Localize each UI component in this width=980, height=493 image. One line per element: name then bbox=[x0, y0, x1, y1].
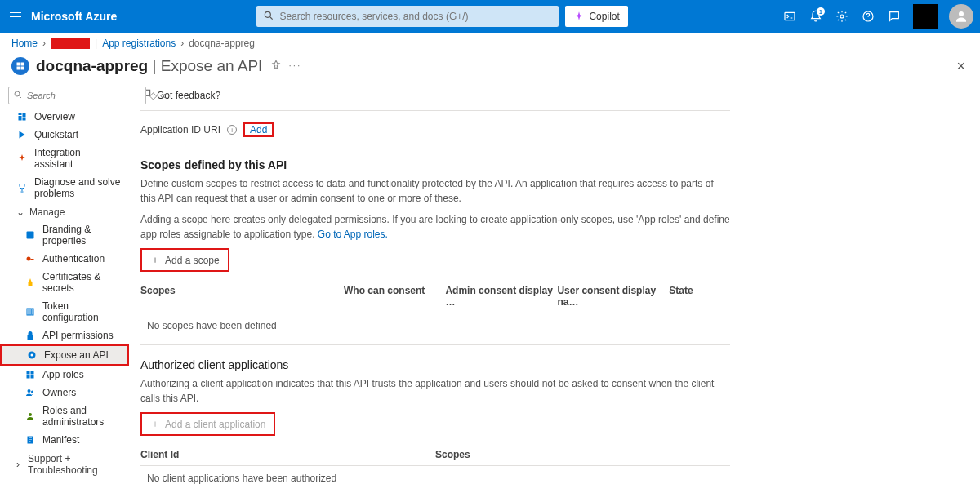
sidebar-item-roles-admin[interactable]: Roles and administrators bbox=[0, 402, 129, 431]
scopes-empty: No scopes have been defined bbox=[140, 313, 730, 345]
branding-icon bbox=[24, 229, 36, 241]
breadcrumb-redacted bbox=[51, 38, 90, 49]
svg-rect-33 bbox=[29, 442, 31, 442]
scopes-heading: Scopes defined by this API bbox=[140, 158, 730, 171]
help-icon[interactable] bbox=[861, 9, 875, 24]
brand-label: Microsoft Azure bbox=[31, 10, 117, 23]
info-icon[interactable]: i bbox=[227, 125, 237, 135]
breadcrumb-home[interactable]: Home bbox=[11, 38, 38, 49]
sidebar-item-quickstart[interactable]: Quickstart bbox=[0, 126, 129, 144]
svg-point-5 bbox=[959, 11, 964, 16]
sidebar-item-expose-api[interactable]: Expose an API bbox=[0, 344, 129, 366]
svg-rect-8 bbox=[17, 67, 20, 70]
manifest-icon bbox=[24, 434, 36, 446]
plus-icon: ＋ bbox=[150, 253, 160, 267]
add-client-button[interactable]: ＋ Add a client application bbox=[140, 412, 275, 436]
sidebar-search-input[interactable] bbox=[8, 87, 146, 104]
feedback-link[interactable]: Got feedback? bbox=[157, 90, 220, 101]
svg-rect-16 bbox=[27, 232, 34, 239]
svg-point-3 bbox=[840, 15, 844, 18]
clients-desc: Authorizing a client application indicat… bbox=[140, 376, 730, 406]
feedback-icon[interactable] bbox=[887, 9, 902, 24]
sidebar-item-token[interactable]: Token configuration bbox=[0, 297, 129, 326]
svg-rect-18 bbox=[27, 309, 29, 315]
menu-toggle[interactable] bbox=[7, 7, 24, 25]
user-avatar[interactable] bbox=[949, 4, 973, 29]
sidebar-item-api-permissions[interactable]: API permissions bbox=[0, 326, 129, 344]
col-scopes2: Scopes bbox=[435, 449, 730, 460]
page-title-row: docqna-appreg | Expose an API ··· × bbox=[0, 54, 980, 83]
cloud-shell-icon[interactable] bbox=[782, 9, 797, 24]
sidebar: ◇ « Overview Quickstart Integration assi… bbox=[0, 83, 129, 493]
clients-table: Client Id Scopes No client applications … bbox=[140, 444, 730, 493]
scopes-desc1: Define custom scopes to restrict access … bbox=[140, 176, 730, 206]
svg-point-0 bbox=[265, 11, 271, 17]
sidebar-item-diagnose[interactable]: Diagnose and solve problems bbox=[0, 173, 129, 202]
svg-rect-19 bbox=[29, 309, 31, 315]
svg-rect-20 bbox=[32, 309, 33, 315]
sidebar-item-manifest[interactable]: Manifest bbox=[0, 431, 129, 449]
col-admin: Admin consent display … bbox=[445, 285, 557, 308]
scopes-desc2: Adding a scope here creates only delegat… bbox=[140, 212, 730, 242]
svg-rect-2 bbox=[785, 12, 795, 20]
sidebar-item-owners[interactable]: Owners bbox=[0, 384, 129, 402]
chevron-right-icon: › bbox=[180, 38, 184, 49]
quickstart-icon bbox=[16, 129, 28, 140]
go-to-app-roles-link[interactable]: Go to App roles. bbox=[318, 229, 388, 240]
azure-topbar: Microsoft Azure Copilot 1 bbox=[0, 0, 980, 33]
svg-rect-9 bbox=[21, 67, 24, 70]
owners-icon bbox=[24, 387, 36, 398]
auth-icon bbox=[24, 253, 36, 264]
clients-empty: No client applications have been authori… bbox=[140, 466, 730, 493]
sidebar-item-overview[interactable]: Overview bbox=[0, 108, 129, 126]
settings-icon[interactable] bbox=[835, 9, 849, 24]
svg-rect-31 bbox=[29, 438, 32, 439]
sidebar-item-app-roles[interactable]: App roles bbox=[0, 366, 129, 384]
notifications-icon[interactable]: 1 bbox=[808, 9, 823, 24]
certificates-icon bbox=[24, 277, 36, 288]
sidebar-item-certificates[interactable]: Certificates & secrets bbox=[0, 268, 129, 297]
col-user: User consent display na… bbox=[557, 285, 669, 308]
expose-icon bbox=[26, 349, 38, 361]
copilot-button[interactable]: Copilot bbox=[565, 6, 627, 27]
svg-rect-15 bbox=[23, 118, 26, 121]
chevron-down-icon: ⌄ bbox=[16, 207, 24, 218]
svg-point-28 bbox=[31, 391, 33, 393]
global-search-input[interactable] bbox=[256, 6, 559, 27]
svg-rect-6 bbox=[17, 63, 20, 66]
close-icon[interactable]: × bbox=[956, 58, 969, 75]
svg-line-1 bbox=[270, 17, 273, 20]
pin-icon[interactable] bbox=[270, 60, 282, 73]
add-appid-link[interactable]: Add bbox=[243, 122, 274, 137]
svg-point-17 bbox=[27, 257, 31, 261]
svg-point-10 bbox=[15, 91, 20, 96]
notification-count: 1 bbox=[817, 7, 825, 16]
clients-heading: Authorized client applications bbox=[140, 358, 730, 371]
app-icon bbox=[11, 57, 29, 75]
plus-icon: ＋ bbox=[150, 417, 160, 431]
svg-point-22 bbox=[31, 354, 33, 357]
svg-rect-13 bbox=[23, 113, 26, 118]
sidebar-item-authentication[interactable]: Authentication bbox=[0, 250, 129, 268]
page-title: docqna-appreg | Expose an API bbox=[36, 57, 262, 75]
sidebar-item-branding[interactable]: Branding & properties bbox=[0, 220, 129, 250]
add-scope-button[interactable]: ＋ Add a scope bbox=[140, 248, 229, 272]
sidebar-item-integration[interactable]: Integration assistant bbox=[0, 144, 129, 173]
integration-icon bbox=[16, 153, 28, 164]
col-scopes: Scopes bbox=[140, 285, 344, 308]
more-icon[interactable]: ··· bbox=[288, 60, 301, 73]
chevron-right-icon: › bbox=[42, 38, 46, 49]
svg-rect-24 bbox=[31, 371, 34, 375]
appid-label: Application ID URI bbox=[140, 124, 220, 135]
chevron-right-icon: › bbox=[16, 459, 23, 470]
breadcrumb-appreg[interactable]: App registrations bbox=[102, 38, 176, 49]
col-state: State bbox=[669, 285, 730, 308]
sidebar-section-manage[interactable]: ⌄ Manage bbox=[0, 202, 129, 220]
svg-line-11 bbox=[20, 96, 22, 99]
svg-rect-23 bbox=[27, 371, 30, 375]
sidebar-section-support[interactable]: › Support + Troubleshooting bbox=[0, 449, 129, 478]
api-perm-icon bbox=[24, 330, 36, 341]
app-roles-icon bbox=[24, 369, 36, 380]
col-clientid: Client Id bbox=[140, 449, 435, 460]
svg-rect-25 bbox=[27, 375, 30, 379]
